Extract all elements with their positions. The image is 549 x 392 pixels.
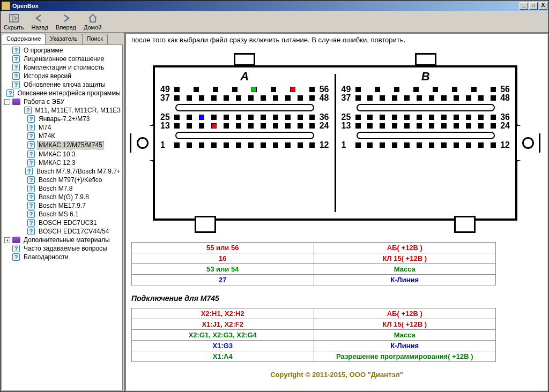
help-topic-icon: ? <box>12 64 20 71</box>
tree-item[interactable]: ?M74K <box>2 132 122 140</box>
table-cell: К-Линия <box>314 275 496 285</box>
close-button[interactable]: X <box>539 2 547 10</box>
help-topic-icon: ? <box>24 107 32 114</box>
tree-item-label: M11, M11ET, M11CR, M11E3 <box>34 107 122 114</box>
tree-item-label: Bosch M797(+)/Kefico <box>37 176 103 184</box>
tree-item[interactable]: ?M11, M11ET, M11CR, M11E3 <box>2 106 122 115</box>
help-topic-icon: ? <box>27 219 35 227</box>
table-cell: 27 <box>132 275 314 285</box>
tree-item-label: Описание интерфейса программы <box>16 89 122 97</box>
tree-item[interactable]: ?О программе <box>2 46 122 55</box>
help-topic-icon: ? <box>27 176 35 184</box>
tree-item[interactable]: ?M74 <box>2 123 122 132</box>
help-topic-icon: ? <box>12 72 20 80</box>
tree-item[interactable]: ?Благодарности <box>2 253 122 261</box>
tree-item-label: История версий <box>22 72 73 80</box>
tree-item-label: Январь-7.2+/M73 <box>37 115 92 123</box>
tree-item-label: Bosch MS 6.1 <box>37 210 80 218</box>
app-window: OpenBox _ □ X Скрыть Назад Вперед Домой … <box>0 0 549 392</box>
help-topic-icon: ? <box>12 47 20 54</box>
tree-item[interactable]: ?Bosch M7.8 <box>2 184 122 193</box>
help-topic-icon: ? <box>27 141 35 149</box>
tree-item[interactable]: ?Комплектация и стоимость <box>2 63 122 72</box>
tree-item[interactable]: ?Описание интерфейса программы <box>2 89 122 97</box>
tree-item-label: M74K <box>37 132 57 140</box>
titlebar[interactable]: OpenBox _ □ X <box>1 1 548 11</box>
tab-index[interactable]: Указатель <box>45 34 82 44</box>
book-icon <box>12 98 20 105</box>
tree-item[interactable]: ?МИКАС 12/M75/M745 <box>2 140 122 150</box>
tree-item[interactable]: ?Bosch M7.9.7/Bosch M7.9.7+ <box>2 167 122 176</box>
help-topic-icon: ? <box>12 245 20 252</box>
maximize-button[interactable]: □ <box>529 2 538 10</box>
content-pane[interactable]: после того как выбрали файл сразу включи… <box>125 33 548 391</box>
window-title: OpenBox <box>12 3 39 9</box>
tree-item-label: Часто задаваемые вопросы <box>22 245 109 252</box>
tree-item[interactable]: ?Обновление ключа защиты <box>2 80 122 89</box>
tree-item[interactable]: ?Лицензионное соглашение <box>2 55 122 63</box>
app-icon <box>2 2 10 10</box>
connector-b: B 4956374825361324112 <box>336 67 516 218</box>
tree-item[interactable]: ?История версий <box>2 72 122 80</box>
tree-item[interactable]: ?Bosch ME17.9.7 <box>2 201 122 210</box>
tree-item[interactable]: +Дополнительные материалы <box>2 236 122 244</box>
tree-item-label: Bosch M7.8 <box>37 185 74 192</box>
tree-item[interactable]: ?BOSCH EDC17CV44/54 <box>2 227 122 236</box>
connector-ear-right <box>517 124 540 162</box>
help-topic-icon: ? <box>6 89 14 97</box>
pin-table-2: X2:H1, X2:H2АБ( +12В )X1:J1, X2:F2КЛ 15(… <box>131 308 496 362</box>
help-topic-icon: ? <box>27 159 35 167</box>
tab-search[interactable]: Поиск <box>82 34 108 44</box>
tree-item[interactable]: ?МИКАС 12.3 <box>2 159 122 167</box>
tree-item[interactable]: -Работа с ЭБУ <box>2 97 122 106</box>
minimize-button[interactable]: _ <box>520 2 528 10</box>
table-cell: 55 или 56 <box>132 243 314 253</box>
table-cell: X2:H1, X2:H2 <box>132 308 314 319</box>
help-topic-icon: ? <box>27 193 35 201</box>
tree-item-label: МИКАС 10.3 <box>37 150 77 158</box>
table-cell: Разрешение программирования( +12В ) <box>314 351 496 362</box>
tree-item-label: Работа с ЭБУ <box>22 98 66 105</box>
connector-a: A 4956374825361324112 <box>155 67 335 218</box>
help-topic-icon: ? <box>27 150 35 158</box>
tree-item[interactable]: ?МИКАС 10.3 <box>2 150 122 159</box>
tree-item[interactable]: ?Bosch M797(+)/Kefico <box>2 176 122 184</box>
back-button[interactable]: Назад <box>32 13 49 31</box>
tree-item-label: Комплектация и стоимость <box>22 64 106 71</box>
tree-item-label: Bosch ME17.9.7 <box>37 202 87 209</box>
table-cell: К-Линия <box>314 341 496 351</box>
tree-item-label: Bosch M(G) 7.9.8 <box>37 193 91 201</box>
tree-item[interactable]: ?Bosch M(G) 7.9.8 <box>2 193 122 201</box>
tree-toggle-icon[interactable]: - <box>4 99 10 105</box>
tree-item-label: M74 <box>37 124 53 131</box>
connector-ear-left <box>130 124 153 162</box>
topic-tree[interactable]: ?О программе?Лицензионное соглашение?Ком… <box>2 44 123 390</box>
home-icon <box>87 13 99 24</box>
subheading-m745: Подключение для M745 <box>131 294 542 303</box>
tree-item[interactable]: ?Bosch MS 6.1 <box>2 210 122 218</box>
home-button[interactable]: Домой <box>84 13 102 31</box>
table-cell: X1:A4 <box>132 351 314 362</box>
table-cell: КЛ 15( +12В ) <box>314 253 496 264</box>
table-cell: Масса <box>314 264 496 275</box>
tree-item-label: Bosch M7.9.7/Bosch M7.9.7+ <box>35 168 122 175</box>
tree-item-label: Дополнительные материалы <box>22 236 112 244</box>
tree-item[interactable]: ?Январь-7.2+/M73 <box>2 115 122 123</box>
table-cell: X2:G1, X2:G3, X2:G4 <box>132 330 314 341</box>
pin-table-1: 55 или 56АБ( +12В )16КЛ 15( +12В )53 или… <box>131 242 496 285</box>
help-topic-icon: ? <box>27 210 35 218</box>
tree-item[interactable]: ?Часто задаваемые вопросы <box>2 244 122 253</box>
help-topic-icon: ? <box>12 81 20 88</box>
help-topic-icon: ? <box>27 124 35 131</box>
sidebar: Содержание Указатель Поиск ?О программе?… <box>1 33 125 391</box>
tab-contents[interactable]: Содержание <box>2 34 46 44</box>
tree-toggle-icon[interactable]: + <box>4 237 10 243</box>
tree-item-label: О программе <box>22 47 64 54</box>
forward-icon <box>60 13 72 24</box>
sidebar-tabs: Содержание Указатель Поиск <box>1 33 124 44</box>
table-cell: X1:J1, X2:F2 <box>132 319 314 330</box>
forward-button[interactable]: Вперед <box>56 13 76 31</box>
hide-button[interactable]: Скрыть <box>4 13 24 31</box>
tree-item-label: BOSCH EDC7UC31 <box>37 219 99 227</box>
tree-item[interactable]: ?BOSCH EDC7UC31 <box>2 218 122 227</box>
